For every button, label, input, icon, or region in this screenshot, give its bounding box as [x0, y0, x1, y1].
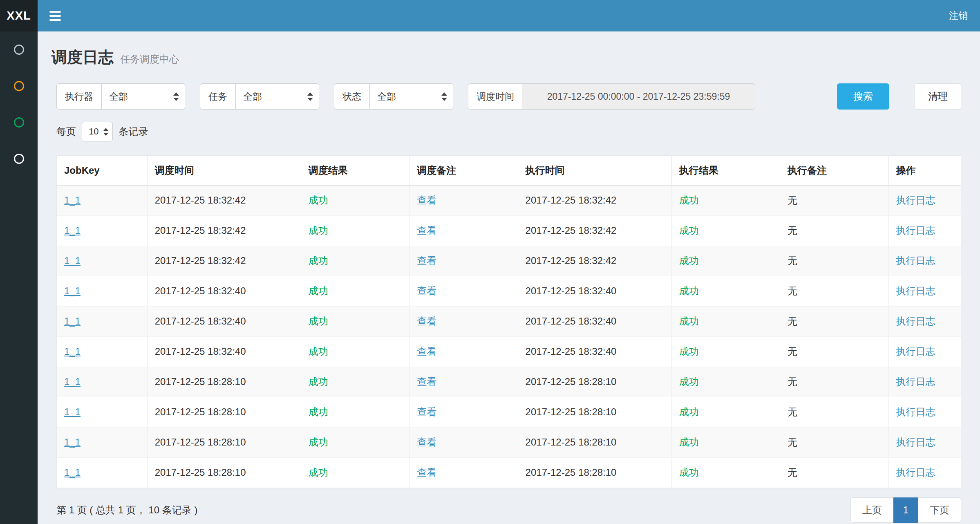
top-navbar: XXL 注销 [0, 0, 980, 31]
per-page-row: 每页 10 条记录 [56, 122, 961, 141]
job-filter-label: 任务 [200, 83, 235, 110]
trigger-time-cell: 2017-12-25 18:28:10 [147, 367, 301, 397]
handle-msg-cell: 无 [780, 336, 888, 367]
per-page-label-after: 条记录 [119, 125, 148, 138]
pagination: 上页 1 下页 [850, 497, 961, 523]
trigger-time-cell: 2017-12-25 18:32:40 [147, 336, 301, 367]
trigger-time-cell: 2017-12-25 18:32:40 [147, 306, 301, 336]
job-key-link[interactable]: 1_1 [64, 316, 81, 327]
trigger-msg-link[interactable]: 查看 [417, 437, 436, 448]
trigger-msg-link[interactable]: 查看 [417, 255, 436, 266]
trigger-result-cell: 成功 [301, 427, 409, 457]
col-header-handle-result: 执行结果 [671, 156, 780, 185]
trigger-msg-link[interactable]: 查看 [417, 467, 436, 478]
clear-button[interactable]: 清理 [915, 83, 961, 110]
exec-log-link[interactable]: 执行日志 [896, 255, 935, 266]
sidebar-item[interactable] [0, 68, 38, 104]
trigger-time-cell: 2017-12-25 18:32:40 [147, 276, 301, 306]
handle-time-cell: 2017-12-25 18:28:10 [518, 457, 671, 488]
status-filter-label: 状态 [334, 83, 369, 110]
circle-icon [14, 45, 24, 55]
filter-toolbar: 执行器 全部 任务 全部 状态 全部 [56, 83, 961, 110]
brand-logo[interactable]: XXL [0, 0, 38, 31]
handle-result-cell: 成功 [671, 246, 780, 276]
exec-log-link[interactable]: 执行日志 [896, 467, 935, 478]
handle-msg-cell: 无 [780, 185, 888, 215]
status-select[interactable]: 全部 [369, 83, 453, 110]
handle-result-cell: 成功 [671, 397, 780, 427]
sidebar-item[interactable] [0, 104, 38, 141]
exec-log-link[interactable]: 执行日志 [896, 195, 935, 206]
table-row: 1_1 2017-12-25 18:32:42 成功 查看 2017-12-25… [57, 215, 961, 246]
select-arrows-icon [103, 128, 108, 136]
job-key-link[interactable]: 1_1 [64, 406, 81, 417]
trigger-msg-link[interactable]: 查看 [417, 346, 436, 357]
log-table-container: JobKey 调度时间 调度结果 调度备注 执行时间 执行结果 执行备注 操作 … [56, 155, 961, 488]
log-table: JobKey 调度时间 调度结果 调度备注 执行时间 执行结果 执行备注 操作 … [57, 156, 961, 488]
exec-log-link[interactable]: 执行日志 [896, 437, 935, 448]
prev-page-button[interactable]: 上页 [850, 497, 894, 523]
col-header-handle-time: 执行时间 [518, 156, 671, 185]
job-key-link[interactable]: 1_1 [64, 255, 81, 266]
trigger-time-filter-group: 调度时间 2017-12-25 00:00:00 - 2017-12-25 23… [468, 83, 755, 110]
handle-result-cell: 成功 [671, 306, 780, 336]
job-key-link[interactable]: 1_1 [64, 195, 81, 206]
exec-log-link[interactable]: 执行日志 [896, 346, 935, 357]
executor-select[interactable]: 全部 [101, 83, 185, 110]
select-arrows-icon [441, 92, 447, 101]
trigger-time-cell: 2017-12-25 18:28:10 [147, 457, 301, 488]
trigger-result-cell: 成功 [301, 367, 409, 397]
handle-msg-cell: 无 [780, 246, 888, 276]
page-title: 调度日志 [51, 47, 114, 68]
exec-log-link[interactable]: 执行日志 [896, 406, 935, 417]
sidebar [0, 31, 38, 524]
sidebar-item[interactable] [0, 141, 38, 177]
trigger-result-cell: 成功 [301, 397, 409, 427]
handle-msg-cell: 无 [780, 397, 888, 427]
trigger-time-range-input[interactable]: 2017-12-25 00:00:00 - 2017-12-25 23:59:5… [522, 83, 755, 110]
handle-result-cell: 成功 [671, 276, 780, 306]
circle-icon [14, 81, 24, 91]
exec-log-link[interactable]: 执行日志 [896, 376, 935, 387]
col-header-jobkey: JobKey [57, 156, 147, 185]
sidebar-toggle-button[interactable] [38, 0, 73, 31]
search-button[interactable]: 搜索 [837, 83, 889, 110]
col-header-handle-msg: 执行备注 [780, 156, 888, 185]
col-header-trigger-msg: 调度备注 [409, 156, 518, 185]
col-header-trigger-time: 调度时间 [147, 156, 301, 185]
job-key-link[interactable]: 1_1 [64, 376, 81, 387]
trigger-msg-link[interactable]: 查看 [417, 195, 436, 206]
trigger-msg-link[interactable]: 查看 [417, 225, 436, 236]
exec-log-link[interactable]: 执行日志 [896, 316, 935, 327]
select-arrows-icon [307, 92, 313, 101]
page-size-select[interactable]: 10 [82, 122, 113, 141]
exec-log-link[interactable]: 执行日志 [896, 225, 935, 236]
col-header-action: 操作 [888, 156, 961, 185]
page-header: 调度日志 任务调度中心 [38, 31, 980, 68]
exec-log-link[interactable]: 执行日志 [896, 285, 935, 296]
page-1-button[interactable]: 1 [893, 497, 918, 523]
executor-select-value: 全部 [109, 90, 128, 103]
job-key-link[interactable]: 1_1 [64, 346, 81, 357]
job-select[interactable]: 全部 [235, 83, 319, 110]
pagination-summary: 第 1 页 ( 总共 1 页， 10 条记录 ) [56, 504, 197, 517]
handle-result-cell: 成功 [671, 457, 780, 488]
logout-link[interactable]: 注销 [937, 0, 980, 31]
job-filter-group: 任务 全部 [200, 83, 319, 110]
trigger-msg-link[interactable]: 查看 [417, 376, 436, 387]
trigger-msg-link[interactable]: 查看 [417, 316, 436, 327]
handle-time-cell: 2017-12-25 18:32:40 [518, 306, 671, 336]
trigger-msg-link[interactable]: 查看 [417, 285, 436, 296]
job-key-link[interactable]: 1_1 [64, 437, 81, 448]
trigger-msg-link[interactable]: 查看 [417, 406, 436, 417]
job-select-value: 全部 [243, 90, 262, 103]
job-key-link[interactable]: 1_1 [64, 225, 81, 236]
executor-filter-group: 执行器 全部 [56, 83, 185, 110]
job-key-link[interactable]: 1_1 [64, 285, 81, 296]
page-size-value: 10 [89, 126, 98, 137]
next-page-button[interactable]: 下页 [918, 497, 961, 523]
executor-filter-label: 执行器 [56, 83, 101, 110]
sidebar-item[interactable] [0, 31, 38, 68]
job-key-link[interactable]: 1_1 [64, 467, 81, 478]
page-subtitle: 任务调度中心 [120, 53, 179, 66]
